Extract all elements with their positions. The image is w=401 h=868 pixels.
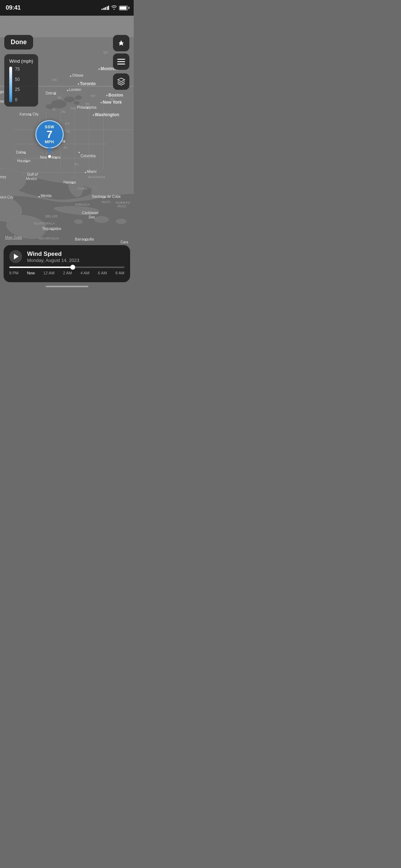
map-controls [113,35,129,90]
timeline[interactable]: 8 PM Now 12 AM 2 AM 4 AM 6 AM 8 AM [9,267,124,275]
dot-merida [38,196,40,197]
home-indicator [46,286,88,287]
dot-london [67,90,68,91]
pin-speed: 7 [46,129,52,140]
panel-date: Monday, August 14, 2023 [27,258,124,263]
wind-label-75: 75 [15,67,20,72]
dot-toronto [78,83,79,85]
svg-point-2 [64,97,75,102]
svg-point-8 [116,219,126,224]
wind-bar [9,67,12,102]
map-container[interactable]: QC ON NB MI NY VT CT PA OH IN IL KY TN A… [0,16,134,289]
panel-text: Wind Speed Monday, August 14, 2023 [27,250,124,263]
wind-label-0: 0 [15,97,20,102]
menu-icon [117,59,125,64]
battery-icon [119,6,128,10]
dot-philadelphia [87,108,88,109]
wind-legend: Wind (mph) 75 50 25 0 [4,54,38,107]
dot-dallas [24,153,26,154]
dot-washington [93,114,94,116]
wind-labels: 75 50 25 0 [15,67,20,102]
dot-boston [106,95,108,96]
layers-button[interactable] [113,73,129,90]
map-attribution[interactable]: Map Data [5,234,22,240]
map-attribution-text[interactable]: Map Data [5,235,22,239]
timeline-label-4am: 4 AM [81,271,89,275]
wind-label-50: 50 [15,77,20,82]
svg-rect-22 [117,64,125,65]
layers-icon [117,78,125,86]
play-icon [14,254,19,259]
menu-button[interactable] [113,53,129,70]
panel-title: Wind Speed [27,250,124,258]
timeline-label-2am: 2 AM [63,271,72,275]
pin-tail [48,148,51,154]
dot-detroit [54,93,56,95]
timeline-label-8am: 8 AM [115,271,124,275]
wind-label-25: 25 [15,87,20,92]
pin-bubble: SSW 7 MPH [35,120,64,149]
location-button[interactable] [113,35,129,51]
timeline-thumb[interactable] [70,265,75,270]
dot-montreal [98,68,100,70]
play-button[interactable] [9,250,22,263]
svg-rect-20 [117,59,125,60]
dot-columbia [78,152,80,153]
timeline-label-12am: 12 AM [43,271,55,275]
panel-header: Wind Speed Monday, August 14, 2023 [9,250,124,263]
pin-dot [48,155,51,158]
wind-legend-title: Wind (mph) [9,58,33,64]
dot-kansascity [30,114,31,116]
pin-unit: MPH [45,140,54,144]
dot-newyork [101,102,102,103]
timeline-label-now: Now [27,271,35,275]
timeline-progress [9,267,73,268]
bottom-panel: Wind Speed Monday, August 14, 2023 8 PM … [4,245,130,282]
dot-ottawa [70,76,71,77]
done-button[interactable]: Done [4,35,33,50]
timeline-label-8pm: 8 PM [9,271,19,275]
dot-havana [72,182,73,184]
location-icon [118,40,125,47]
status-bar: 09:41 [0,0,134,16]
svg-rect-21 [117,61,125,62]
svg-point-4 [46,104,54,109]
wind-legend-scale: 75 50 25 0 [9,67,33,102]
timeline-labels: 8 PM Now 12 AM 2 AM 4 AM 6 AM 8 AM [9,271,124,275]
svg-point-3 [75,95,82,100]
svg-point-5 [74,101,79,105]
svg-point-7 [94,216,109,223]
dot-houston [26,161,27,162]
dot-tegucigalpa [51,229,52,230]
dot-barranquilla [85,239,86,241]
signal-bars-icon [102,6,109,10]
dot-santiago [104,197,106,198]
location-pin: SSW 7 MPH [35,120,64,158]
status-icons [102,5,128,11]
timeline-label-6am: 6 AM [98,271,107,275]
dot-miami [85,172,86,173]
timeline-bar[interactable] [9,267,124,268]
status-time: 09:41 [6,4,21,11]
svg-point-9 [92,188,97,196]
wifi-icon [111,5,117,11]
svg-point-6 [74,219,83,224]
